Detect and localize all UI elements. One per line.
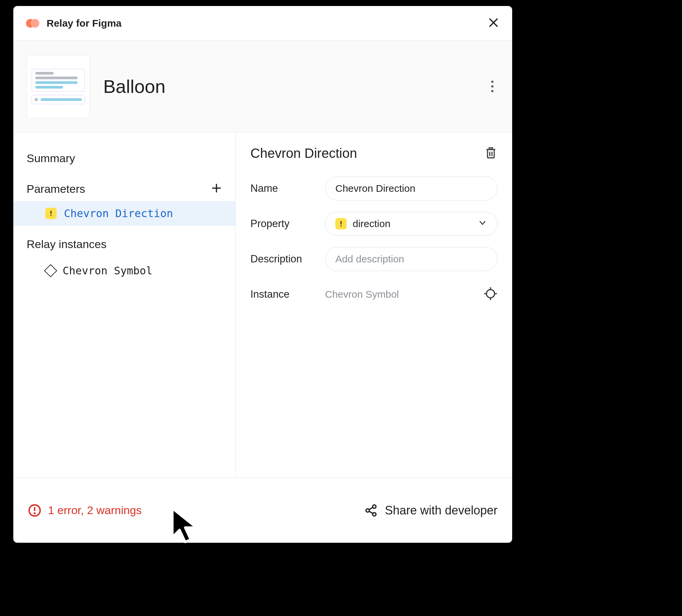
instance-icon (44, 264, 57, 277)
sidebar: Summary Parameters ! Chevron Direction R… (13, 133, 236, 478)
description-input[interactable] (335, 253, 487, 265)
property-select[interactable]: ! direction (325, 212, 498, 236)
component-header: Balloon (13, 41, 512, 133)
errors-warnings-button[interactable]: 1 error, 2 warnings (28, 504, 142, 517)
name-field-label: Name (250, 182, 325, 195)
property-field-label: Property (250, 218, 325, 230)
svg-point-16 (373, 512, 376, 516)
share-with-developer-button[interactable]: Share with developer (364, 503, 498, 518)
sidebar-parameters-heading: Parameters (13, 177, 235, 201)
detail-title: Chevron Direction (250, 146, 357, 161)
name-input-wrapper (325, 177, 498, 201)
errors-warnings-label: 1 error, 2 warnings (48, 504, 142, 517)
share-icon (364, 504, 378, 517)
chevron-down-icon (478, 218, 487, 230)
name-input[interactable] (335, 183, 487, 194)
svg-point-13 (34, 513, 35, 514)
component-thumbnail (27, 55, 90, 118)
instance-field-label: Instance (250, 288, 325, 300)
crosshair-icon (483, 287, 498, 301)
add-parameter-button[interactable] (211, 182, 222, 195)
error-icon (28, 504, 41, 517)
plus-icon (211, 182, 222, 194)
svg-line-18 (369, 511, 373, 514)
summary-label: Summary (27, 152, 75, 165)
property-value: direction (353, 218, 390, 229)
relay-panel: Relay for Figma Balloon (13, 6, 512, 543)
close-icon (487, 17, 500, 29)
sidebar-summary-heading[interactable]: Summary (13, 146, 235, 170)
close-button[interactable] (487, 17, 500, 30)
svg-point-6 (486, 290, 495, 298)
parameter-item-label: Chevron Direction (64, 207, 173, 220)
relay-logo-icon (26, 18, 41, 29)
instance-item-label: Chevron Symbol (63, 265, 153, 277)
parameters-label: Parameters (27, 182, 85, 196)
svg-point-15 (366, 509, 369, 512)
titlebar: Relay for Figma (13, 6, 512, 41)
share-label: Share with developer (385, 503, 498, 518)
delete-parameter-button[interactable] (484, 146, 498, 161)
more-vertical-icon (491, 81, 494, 83)
trash-icon (484, 146, 498, 159)
description-input-wrapper (325, 247, 498, 271)
warning-badge-icon: ! (45, 208, 56, 219)
more-menu-button[interactable] (485, 80, 499, 93)
parameter-item-chevron-direction[interactable]: ! Chevron Direction (13, 201, 235, 226)
sidebar-relay-instances-heading: Relay instances (13, 232, 235, 256)
footer: 1 error, 2 warnings Share with developer (13, 478, 512, 543)
svg-line-17 (369, 507, 373, 509)
plugin-title: Relay for Figma (47, 18, 121, 29)
component-name: Balloon (103, 75, 165, 97)
instance-field-value: Chevron Symbol (325, 289, 399, 300)
description-field-label: Description (250, 253, 325, 265)
locate-instance-button[interactable] (483, 287, 498, 302)
relay-instances-label: Relay instances (27, 238, 107, 251)
warning-badge-icon: ! (335, 218, 347, 229)
svg-point-14 (373, 505, 376, 508)
instance-item-chevron-symbol[interactable]: Chevron Symbol (13, 258, 235, 283)
detail-pane: Chevron Direction Name Property ! dir (236, 133, 512, 478)
